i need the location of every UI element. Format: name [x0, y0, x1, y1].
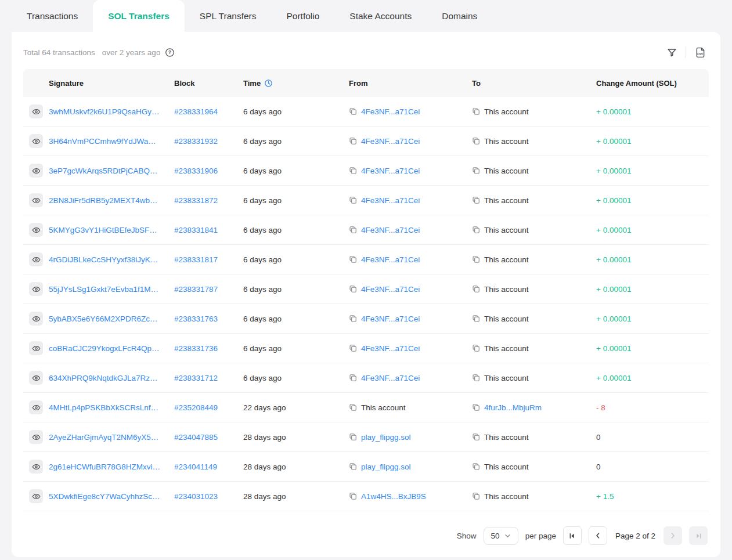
copy-to-address-icon[interactable]	[472, 196, 480, 204]
copy-to-address-icon[interactable]	[472, 492, 480, 500]
signature-link[interactable]: 4MHtLp4pPSKBbXkSCRsLnf…	[49, 403, 158, 412]
block-link[interactable]: #238331872	[174, 196, 218, 205]
preview-transaction-button[interactable]	[29, 282, 43, 296]
from-address[interactable]: 4Fe3NF...a71Cei	[361, 137, 420, 146]
from-address[interactable]: play_flipgg.sol	[361, 433, 411, 442]
preview-transaction-button[interactable]	[29, 134, 43, 148]
copy-from-address-icon[interactable]	[349, 167, 357, 175]
from-address[interactable]: 4Fe3NF...a71Cei	[361, 315, 420, 323]
copy-to-address-icon[interactable]	[472, 226, 480, 234]
tab-spl-transfers[interactable]: SPL Transfers	[185, 0, 272, 32]
tab-portfolio[interactable]: Portfolio	[271, 0, 334, 32]
preview-transaction-button[interactable]	[29, 252, 43, 266]
preview-transaction-button[interactable]	[29, 460, 43, 474]
copy-to-address-icon[interactable]	[472, 374, 480, 382]
preview-transaction-button[interactable]	[29, 164, 43, 178]
block-link[interactable]: #235208449	[174, 403, 218, 412]
signature-link[interactable]: 3H64nVmPCCmhw9fYdJWa…	[49, 137, 156, 146]
block-link[interactable]: #234047885	[174, 433, 218, 442]
preview-transaction-button[interactable]	[29, 371, 43, 385]
preview-transaction-button[interactable]	[29, 312, 43, 326]
signature-link[interactable]: 3eP7gcWkArqs5RDtPjCABQ…	[49, 167, 158, 175]
filter-button[interactable]	[666, 47, 677, 58]
page-size-select[interactable]: 50	[484, 527, 518, 545]
copy-from-address-icon[interactable]	[349, 344, 357, 352]
copy-from-address-icon[interactable]	[349, 403, 357, 411]
export-csv-button[interactable]: CSV	[694, 46, 706, 59]
to-address[interactable]: 4furJb...MbjuRm	[484, 403, 542, 412]
first-page-button[interactable]	[563, 526, 582, 545]
copy-from-address-icon[interactable]	[349, 226, 357, 234]
clock-icon[interactable]	[264, 79, 273, 88]
signature-link[interactable]: 5ybABX5e6Y66M2XPDR6Zc…	[49, 315, 158, 323]
signature-link[interactable]: 5KMYgG3vY1HiGtBEfeJbSF…	[49, 226, 157, 234]
copy-to-address-icon[interactable]	[472, 344, 480, 352]
from-address[interactable]: 4Fe3NF...a71Cei	[361, 107, 420, 116]
copy-from-address-icon[interactable]	[349, 433, 357, 441]
copy-from-address-icon[interactable]	[349, 374, 357, 382]
from-address[interactable]: 4Fe3NF...a71Cei	[361, 255, 420, 264]
copy-from-address-icon[interactable]	[349, 315, 357, 323]
copy-to-address-icon[interactable]	[472, 315, 480, 323]
copy-to-address-icon[interactable]	[472, 285, 480, 293]
copy-from-address-icon[interactable]	[349, 107, 357, 115]
block-link[interactable]: #238331817	[174, 255, 218, 264]
signature-link[interactable]: coBRaCJC29YkogxLFcR4Qp…	[49, 344, 160, 353]
copy-to-address-icon[interactable]	[472, 107, 480, 115]
block-link[interactable]: #234031023	[174, 492, 218, 501]
copy-to-address-icon[interactable]	[472, 255, 480, 263]
preview-transaction-button[interactable]	[29, 223, 43, 237]
change-amount: + 0.00001	[596, 107, 631, 116]
from-address[interactable]: 4Fe3NF...a71Cei	[361, 285, 420, 294]
block-link[interactable]: #238331906	[174, 167, 218, 175]
preview-transaction-button[interactable]	[29, 430, 43, 444]
block-link[interactable]: #238331712	[174, 374, 218, 382]
copy-from-address-icon[interactable]	[349, 255, 357, 263]
block-link[interactable]: #234041149	[174, 463, 217, 471]
preview-transaction-button[interactable]	[29, 193, 43, 207]
tab-sol-transfers[interactable]: SOL Transfers	[93, 0, 185, 32]
copy-from-address-icon[interactable]	[349, 196, 357, 204]
previous-page-button[interactable]	[589, 526, 607, 545]
tab-stake-accounts[interactable]: Stake Accounts	[334, 0, 427, 32]
from-address[interactable]: 4Fe3NF...a71Cei	[361, 196, 420, 205]
copy-to-address-icon[interactable]	[472, 463, 480, 471]
tab-domains[interactable]: Domains	[427, 0, 492, 32]
preview-transaction-button[interactable]	[29, 341, 43, 355]
block-link[interactable]: #238331736	[174, 344, 218, 353]
from-address[interactable]: 4Fe3NF...a71Cei	[361, 374, 420, 382]
copy-from-address-icon[interactable]	[349, 137, 357, 145]
block-link[interactable]: #238331763	[174, 315, 218, 323]
preview-transaction-button[interactable]	[29, 104, 43, 118]
block-link[interactable]: #238331787	[174, 285, 218, 294]
from-address[interactable]: 4Fe3NF...a71Cei	[361, 167, 420, 175]
copy-to-address-icon[interactable]	[472, 433, 480, 441]
block-link[interactable]: #238331932	[174, 137, 218, 146]
tab-transactions[interactable]: Transactions	[12, 0, 93, 32]
signature-link[interactable]: 2g61eHCWfuBR78G8HZMxvi…	[49, 463, 160, 471]
preview-transaction-button[interactable]	[29, 489, 43, 503]
copy-to-address-icon[interactable]	[472, 137, 480, 145]
from-address[interactable]: 4Fe3NF...a71Cei	[361, 226, 420, 234]
signature-link[interactable]: 2BN8JiFr5dRB5y2MEXT4wb…	[49, 196, 158, 205]
block-link[interactable]: #238331964	[174, 107, 218, 116]
from-address[interactable]: play_flipgg.sol	[361, 463, 411, 471]
copy-from-address-icon[interactable]	[349, 492, 357, 500]
help-button[interactable]: ?	[165, 48, 175, 57]
copy-from-address-icon[interactable]	[349, 463, 357, 471]
preview-transaction-button[interactable]	[29, 400, 43, 414]
from-address[interactable]: 4Fe3NF...a71Cei	[361, 344, 420, 353]
signature-link[interactable]: 2AyeZHarGjmAyqT2NM6yX5…	[49, 433, 158, 442]
signature-link[interactable]: 4rGDiJBLkeCcSHYyxf38iJyK…	[49, 255, 158, 264]
copy-from-address-icon[interactable]	[349, 285, 357, 293]
signature-link[interactable]: 3whMUskvf2k6U1P9QsaHGy…	[49, 107, 160, 116]
signature-link[interactable]: 5XDwkfiEge8cY7WaCyhhzSc…	[49, 492, 160, 501]
copy-to-address-icon[interactable]	[472, 403, 480, 411]
last-page-button[interactable]	[689, 526, 708, 545]
from-address[interactable]: A1w4HS...BxJB9S	[361, 492, 426, 501]
signature-link[interactable]: 55jJYsLSg1Gxkt7eEvba1f1M…	[49, 285, 158, 294]
block-link[interactable]: #238331841	[174, 226, 218, 234]
next-page-button[interactable]	[664, 526, 682, 545]
signature-link[interactable]: 634XhPRQ9kNqtdkGJLa7Rz…	[49, 374, 158, 382]
copy-to-address-icon[interactable]	[472, 167, 480, 175]
